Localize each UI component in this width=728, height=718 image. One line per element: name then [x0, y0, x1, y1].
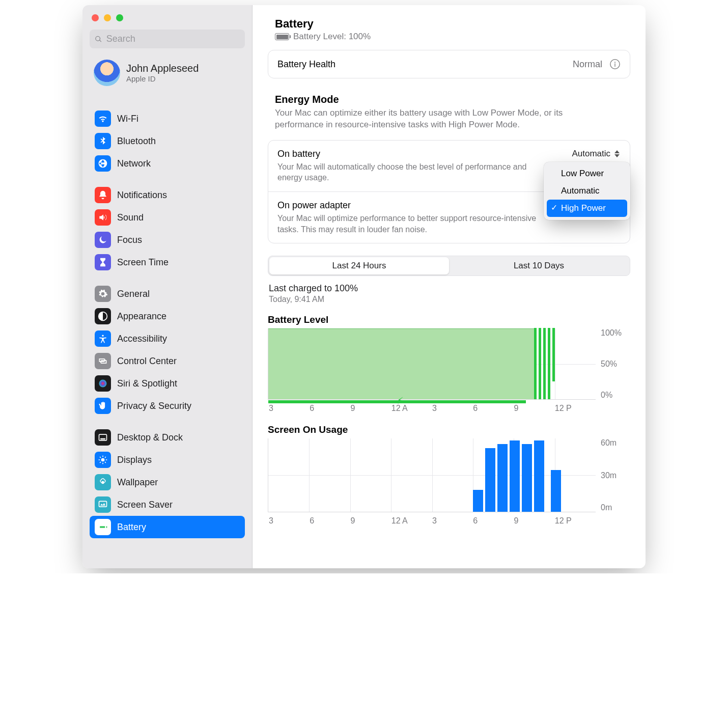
seg-10d[interactable]: Last 10 Days — [449, 257, 629, 274]
option-automatic[interactable]: Automatic — [547, 182, 627, 200]
sidebar-item-label: Network — [117, 158, 151, 169]
sidebar-item-label: Screen Time — [117, 257, 169, 268]
sidebar-item-battery[interactable]: Battery — [90, 516, 245, 538]
moon-icon — [95, 232, 111, 248]
sidebar-item-siri-spotlight[interactable]: Siri & Spotlight — [90, 372, 245, 395]
sidebar-item-control-center[interactable]: Control Center — [90, 350, 245, 372]
sidebar-item-wi-fi[interactable]: Wi-Fi — [90, 107, 245, 130]
minimize-icon[interactable] — [104, 14, 111, 21]
hand-icon — [95, 398, 111, 414]
sidebar-item-label: Battery — [117, 522, 146, 533]
sidebar-item-accessibility[interactable]: Accessibility — [90, 327, 245, 350]
sidebar-item-screen-time[interactable]: Screen Time — [90, 251, 245, 273]
sidebar-item-displays[interactable]: Displays — [90, 449, 245, 471]
hourglass-icon — [95, 254, 111, 270]
maximize-icon[interactable] — [116, 14, 123, 21]
svg-point-5 — [101, 458, 105, 462]
last-charged-info: Last charged to 100% Today, 9:41 AM — [268, 276, 630, 307]
contrast-icon — [95, 308, 111, 324]
seg-24h[interactable]: Last 24 Hours — [269, 257, 449, 274]
account-name: John Appleseed — [126, 63, 199, 74]
dock-icon — [95, 429, 111, 446]
battery-level-chart: Battery Level ⚡︎ 36912 A36912 P 100%50%0… — [268, 314, 630, 413]
svg-rect-4 — [100, 438, 105, 440]
switches-icon — [95, 353, 111, 369]
sidebar-item-label: Appearance — [117, 311, 166, 322]
search-field[interactable] — [90, 30, 245, 48]
account-row[interactable]: John Appleseed Apple ID — [90, 48, 245, 95]
svg-point-12 — [614, 62, 615, 63]
sidebar-item-label: Wallpaper — [117, 477, 158, 488]
sidebar-item-label: General — [117, 289, 150, 299]
sidebar-item-wallpaper[interactable]: Wallpaper — [90, 471, 245, 493]
chart-title: Battery Level — [268, 314, 630, 325]
account-sub: Apple ID — [126, 74, 199, 83]
option-low-power[interactable]: Low Power — [547, 165, 627, 182]
last-charged-line1: Last charged to 100% — [269, 283, 629, 294]
svg-rect-7 — [99, 501, 107, 507]
sidebar-item-appearance[interactable]: Appearance — [90, 305, 245, 327]
page-title: Battery — [275, 17, 314, 31]
svg-rect-10 — [106, 526, 107, 528]
sidebar-item-network[interactable]: Network — [90, 152, 245, 175]
energy-mode-title: Energy Mode — [268, 78, 630, 107]
sidebar-item-bluetooth[interactable]: Bluetooth — [90, 130, 245, 152]
last-charged-line2: Today, 9:41 AM — [269, 295, 629, 304]
bluetooth-icon — [95, 133, 111, 149]
close-icon[interactable] — [92, 14, 99, 21]
sidebar-nav: Wi-FiBluetoothNetworkNotificationsSoundF… — [90, 98, 245, 538]
info-icon[interactable] — [609, 59, 621, 70]
sidebar-item-general[interactable]: General — [90, 283, 245, 305]
sidebar-item-sound[interactable]: Sound — [90, 206, 245, 229]
sidebar-item-label: Siri & Spotlight — [117, 378, 177, 389]
sidebar-item-label: Desktop & Dock — [117, 432, 183, 443]
sidebar-item-privacy-security[interactable]: Privacy & Security — [90, 395, 245, 417]
svg-point-1 — [102, 335, 103, 337]
battery-health-value: Normal — [573, 59, 602, 70]
time-range-segmented[interactable]: Last 24 Hours Last 10 Days — [268, 256, 630, 276]
sidebar-item-focus[interactable]: Focus — [90, 229, 245, 251]
search-icon — [95, 35, 102, 43]
svg-rect-9 — [100, 526, 105, 528]
search-input[interactable] — [106, 34, 240, 44]
sidebar-item-label: Screen Saver — [117, 500, 173, 510]
energy-row-select[interactable]: Automatic — [572, 149, 621, 159]
sidebar-item-label: Notifications — [117, 190, 167, 201]
gear-icon — [95, 286, 111, 302]
sidebar-item-notifications[interactable]: Notifications — [90, 184, 245, 206]
sidebar-item-label: Accessibility — [117, 334, 167, 344]
energy-row-title: On battery — [277, 149, 320, 159]
sidebar-item-screen-saver[interactable]: Screen Saver — [90, 493, 245, 516]
speaker-icon — [95, 209, 111, 226]
energy-row-desc: Your Mac will optimize performance to be… — [277, 213, 542, 235]
energy-mode-popover: Low PowerAutomaticHigh Power — [544, 162, 630, 220]
settings-window: John Appleseed Apple ID Wi-FiBluetoothNe… — [82, 5, 646, 568]
sidebar-item-desktop-dock[interactable]: Desktop & Dock — [90, 426, 245, 449]
siri-icon — [95, 375, 111, 392]
updown-icon — [613, 150, 621, 157]
sidebar-item-label: Bluetooth — [117, 136, 156, 147]
wifi-icon — [95, 111, 111, 127]
sidebar-item-label: Control Center — [117, 356, 177, 367]
sun-icon — [95, 452, 111, 468]
accessibility-icon — [95, 330, 111, 347]
battery-level-label: Battery Level: 100% — [293, 32, 371, 42]
bell-icon — [95, 187, 111, 203]
globe-icon — [95, 155, 111, 172]
battery-icon — [95, 519, 111, 535]
sidebar: John Appleseed Apple ID Wi-FiBluetoothNe… — [82, 5, 253, 568]
sidebar-item-label: Sound — [117, 212, 144, 223]
energy-row-title: On power adapter — [277, 200, 351, 211]
battery-health-label: Battery Health — [277, 59, 335, 70]
battery-health-card[interactable]: Battery Health Normal — [268, 50, 630, 78]
energy-mode-desc: Your Mac can optimize either its battery… — [268, 107, 604, 131]
option-high-power[interactable]: High Power — [547, 200, 627, 217]
window-controls — [90, 11, 245, 30]
chart-title: Screen On Usage — [268, 424, 630, 435]
sidebar-item-label: Wi-Fi — [117, 114, 138, 124]
sidebar-item-label: Privacy & Security — [117, 401, 191, 411]
screen-usage-chart: Screen On Usage 36912 A36912 P 60m30m0m — [268, 424, 630, 526]
sidebar-item-label: Displays — [117, 455, 152, 465]
main-pane: Battery Battery Level: 100% Battery Heal… — [253, 5, 646, 568]
flower-icon — [95, 474, 111, 490]
